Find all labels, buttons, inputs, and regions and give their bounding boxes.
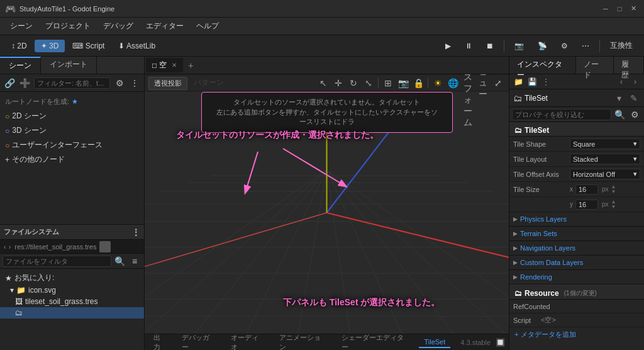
inspector-more-button[interactable]: ⋮ xyxy=(540,76,552,88)
tab-scene[interactable]: シーン xyxy=(0,57,41,74)
output-tab-animation[interactable]: アニメーション xyxy=(274,332,331,351)
filter-button[interactable]: 🔍 xyxy=(613,108,626,121)
node-filter-input[interactable] xyxy=(34,77,110,89)
scale-tool[interactable]: ⤡ xyxy=(362,76,375,90)
transform-menu[interactable]: トランスフォーム xyxy=(461,76,475,90)
fs-icon-svg[interactable]: 🖼 tileset_soil_grass.tres xyxy=(0,296,144,307)
menu-debug[interactable]: デバッグ xyxy=(98,20,138,33)
tile-size-y[interactable]: 16 xyxy=(575,200,598,210)
rotate-tool[interactable]: ↻ xyxy=(347,76,360,90)
node-2d-scene[interactable]: ○ 2D シーン xyxy=(0,109,144,123)
fullscreen-button[interactable]: ⤢ xyxy=(491,76,505,90)
physics-layers-header[interactable]: ▶ Physics Layers xyxy=(509,212,644,226)
custom-data-arrow: ▶ xyxy=(513,259,518,266)
settings-button[interactable]: ⚙ xyxy=(555,40,574,52)
script-label: Script xyxy=(513,317,538,324)
maximize-button[interactable]: □ xyxy=(614,3,625,14)
tab-inspector[interactable]: インスペクター xyxy=(509,57,576,74)
stop-button[interactable]: ⏹ xyxy=(480,40,500,52)
property-search: 🔍 ⚙ xyxy=(509,107,644,122)
camera-button[interactable]: 📷 xyxy=(508,40,530,52)
tab-import[interactable]: インポート xyxy=(41,57,97,74)
object-edit-button[interactable]: ✎ xyxy=(628,92,640,104)
tile-offset-dropdown[interactable]: Horizontal Off ▾ xyxy=(570,169,640,179)
output-tab-shader[interactable]: シェーダーエディター xyxy=(336,332,414,351)
minimize-button[interactable]: ─ xyxy=(600,3,611,14)
output-tab-debugger[interactable]: デバッガー xyxy=(177,332,221,351)
menu-editor[interactable]: エディター xyxy=(141,20,189,33)
tab-node[interactable]: ノード xyxy=(576,57,614,74)
menu-project[interactable]: プロジェクト xyxy=(40,20,96,33)
star-button[interactable]: ★ xyxy=(72,98,78,106)
scene-settings-button[interactable]: ⚙ xyxy=(113,76,126,90)
scene-more-button[interactable]: ⋮ xyxy=(128,76,142,90)
script-value: <空> xyxy=(541,315,640,325)
camera-mode-button[interactable]: 📷 xyxy=(396,76,410,90)
fs-more-button[interactable]: ⋮ xyxy=(131,227,140,237)
fs-root-folder[interactable]: ▾ 📁 icon.svg xyxy=(0,285,144,296)
inspector-section-label: TileSet xyxy=(525,126,549,135)
2d-mode-button[interactable]: ↕ 2D xyxy=(5,40,33,52)
add-viewport-button[interactable]: + xyxy=(183,59,198,72)
select-tool[interactable]: ↖ xyxy=(316,76,330,90)
env-button[interactable]: 🌐 xyxy=(446,76,460,90)
close-button[interactable]: ✕ xyxy=(628,3,639,14)
output-tab-tileset[interactable]: TileSet xyxy=(419,337,450,348)
node-3d-scene[interactable]: ○ 3D シーン xyxy=(0,123,144,138)
remote-button[interactable]: 📡 xyxy=(531,40,553,52)
menu-help[interactable]: ヘルプ xyxy=(191,20,224,33)
pause-button[interactable]: ⏸ xyxy=(458,40,479,52)
viewport-tab-close[interactable]: ✕ xyxy=(172,62,177,69)
output-tab-audio[interactable]: オーディオ xyxy=(226,332,270,351)
fs-search-button[interactable]: 🔍 xyxy=(113,254,126,268)
viewport-tab-empty[interactable]: □ 空 ✕ xyxy=(146,58,183,72)
menu-scene[interactable]: シーン xyxy=(5,20,38,33)
terrain-sets-header[interactable]: ▶ Terrain Sets xyxy=(509,227,644,240)
assetlib-mode-button[interactable]: ⬇ AssetLib xyxy=(112,40,162,52)
inspector-save-button[interactable]: 💾 xyxy=(526,76,538,88)
tileset-empty-message: タイルセットのソースが選択されていません。タイルセット 左にある追加ボタンを押す… xyxy=(201,92,453,132)
options-button[interactable]: ⚙ xyxy=(628,108,641,121)
fs-collapse-arrow: ▾ xyxy=(10,286,14,295)
fs-favorites: ★ お気に入り: xyxy=(0,271,144,285)
inspector-folder-button[interactable]: 📁 xyxy=(512,76,525,88)
fs-filter-input[interactable] xyxy=(3,256,111,267)
tile-layout-dropdown[interactable]: Stacked ▾ xyxy=(570,154,640,164)
inspector-back-button[interactable]: ‹ xyxy=(615,76,628,88)
inspector-forward-button[interactable]: › xyxy=(629,76,641,88)
tile-size-y-stepper[interactable]: ▲▼ xyxy=(611,200,616,210)
compatibility-button[interactable]: 互換性 xyxy=(604,38,639,53)
tile-shape-dropdown[interactable]: Square ▾ xyxy=(570,138,640,149)
custom-data-layers-section: ▶ Custom Data Layers xyxy=(509,256,644,270)
3d-mode-button[interactable]: ✦ 3D xyxy=(35,40,65,52)
more-button[interactable]: ⋯ xyxy=(575,40,596,52)
menubar: シーン プロジェクト デバッグ エディター ヘルプ xyxy=(0,18,644,35)
tab-history[interactable]: 履歴 xyxy=(614,57,644,74)
move-tool[interactable]: ✛ xyxy=(331,76,345,90)
tile-size-x[interactable]: 16 xyxy=(575,184,598,195)
3d-viewport[interactable]: 透視投影 ↖ ✛ ↻ ⤡ ⊞ 📷 🔒 ☀ 🌐 トランスフォーム ビュー ⤢ xyxy=(145,74,509,334)
snap-button[interactable]: ⊞ xyxy=(381,76,395,90)
rendering-header[interactable]: ▶ Rendering xyxy=(509,270,644,284)
perspective-button[interactable]: 透視投影 xyxy=(148,77,187,90)
navigation-layers-header[interactable]: ▶ Navigation Layers xyxy=(509,241,644,255)
fs-arrow-right[interactable]: › xyxy=(9,243,11,251)
property-search-input[interactable] xyxy=(512,109,611,120)
chain-button[interactable]: 🔗 xyxy=(3,76,16,90)
sun-button[interactable]: ☀ xyxy=(431,76,445,90)
tile-size-x-stepper[interactable]: ▲▼ xyxy=(611,184,616,195)
output-tab-output[interactable]: 出力 xyxy=(148,332,172,351)
view-menu[interactable]: ビュー xyxy=(476,76,490,90)
fs-layout-button[interactable]: ≡ xyxy=(128,254,142,268)
play-button[interactable]: ▶ xyxy=(439,40,457,52)
node-other[interactable]: + その他のノード xyxy=(0,152,144,167)
fs-arrow-left[interactable]: ‹ xyxy=(4,243,6,251)
object-dropdown-button[interactable]: ▾ xyxy=(613,92,625,104)
add-node-button[interactable]: ➕ xyxy=(18,76,31,90)
lock-button[interactable]: 🔒 xyxy=(411,76,425,90)
node-ui-scene[interactable]: ○ ユーザーインターフェース xyxy=(0,138,144,152)
add-metadata-button[interactable]: + メタデータを追加 xyxy=(509,327,644,341)
custom-data-layers-header[interactable]: ▶ Custom Data Layers xyxy=(509,256,644,269)
fs-tileset-file[interactable]: 🗂 xyxy=(0,307,144,319)
script-mode-button[interactable]: ⌨ Script xyxy=(66,40,111,52)
